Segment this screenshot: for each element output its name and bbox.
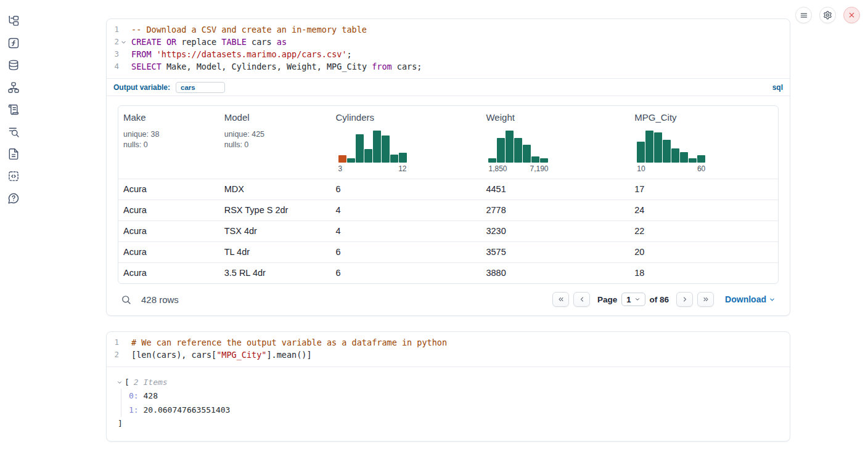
histogram-bar	[364, 149, 372, 163]
dependency-graph-icon[interactable]	[0, 76, 27, 99]
histogram-bar	[497, 138, 505, 163]
download-button[interactable]: Download	[725, 294, 776, 304]
fold-chevron-icon[interactable]	[119, 36, 128, 48]
document-icon[interactable]	[0, 143, 27, 165]
previous-page-button[interactable]	[573, 292, 590, 307]
column-header-cylinders[interactable]: Cylinders 312	[331, 106, 481, 179]
histogram-bar	[514, 138, 522, 163]
open-bracket: [	[125, 376, 129, 389]
file-tree-icon[interactable]	[0, 10, 27, 32]
chevron-right-icon	[681, 296, 689, 303]
list-output-tree: [ 2 Items 0: 428 1: 20.060747663551403 ]	[107, 367, 790, 441]
logs-search-icon[interactable]	[0, 121, 27, 143]
database-icon[interactable]	[0, 54, 27, 76]
function-square-icon[interactable]	[0, 32, 27, 54]
chevron-down-icon	[769, 296, 776, 303]
histogram-bar	[663, 140, 671, 163]
histogram-bar	[399, 153, 407, 163]
shutdown-button[interactable]	[843, 7, 860, 23]
code-line: 1# We can reference the output variable …	[107, 336, 790, 349]
histogram-bar	[689, 158, 697, 163]
code-line: 3FROM 'https://datasets.marimo.app/cars.…	[107, 48, 790, 60]
chevron-down-icon	[634, 296, 641, 302]
hist-max-label: 7,190	[530, 164, 548, 173]
histogram-bar	[523, 145, 531, 163]
cylinders-histogram: 312	[338, 131, 407, 173]
search-icon[interactable]	[121, 294, 131, 305]
page-select[interactable]: 1	[621, 293, 645, 306]
python-editor[interactable]: 1# We can reference the output variable …	[107, 332, 790, 366]
histogram-bar	[697, 155, 705, 163]
close-bracket: ]	[117, 417, 779, 430]
next-page-button[interactable]	[676, 292, 693, 307]
sql-editor[interactable]: 1-- Download a CSV and create an in-memo…	[107, 19, 790, 78]
hist-min-label: 3	[338, 164, 343, 173]
page-select-value: 1	[626, 295, 631, 304]
output-variable-input[interactable]	[176, 82, 225, 93]
line-number: 2	[107, 349, 119, 361]
row-count: 428 rows	[141, 294, 179, 305]
download-label: Download	[725, 294, 766, 304]
chevrons-right-icon	[702, 296, 710, 303]
column-stat: nulls: 0	[224, 140, 326, 150]
histogram-bar	[347, 158, 355, 163]
hist-max-label: 60	[697, 164, 705, 173]
hist-max-label: 12	[398, 164, 406, 173]
output-variable-label: Output variable:	[113, 83, 170, 92]
code-line: 4SELECT Make, Model, Cylinders, Weight, …	[107, 60, 790, 73]
histogram-bar	[488, 158, 496, 163]
table-footer: 428 rows Page 1 of 86	[118, 292, 779, 307]
histogram-bar	[338, 155, 346, 163]
histogram-bar	[390, 155, 398, 163]
python-cell: 1# We can reference the output variable …	[106, 331, 790, 442]
gear-icon	[823, 10, 832, 20]
column-header-model[interactable]: Model unique: 425 nulls: 0	[219, 106, 331, 179]
last-page-button[interactable]	[697, 292, 714, 307]
histogram-bar	[382, 136, 390, 163]
table-header-row: Make unique: 38 nulls: 0 Model unique: 4…	[118, 106, 778, 179]
table-row: AcuraTSX 4dr4323022	[118, 221, 778, 242]
collapse-toggle-icon[interactable]	[117, 379, 123, 386]
column-header-mpg-city[interactable]: MPG_City 1060	[629, 106, 778, 179]
chevrons-left-icon	[557, 296, 565, 303]
menu-button[interactable]	[795, 7, 812, 23]
code-line: 2[len(cars), cars["MPG_City"].mean()]	[107, 349, 790, 361]
sql-cell: 1-- Download a CSV and create an in-memo…	[106, 18, 790, 316]
sidebar	[0, 10, 27, 209]
total-pages-label: of 86	[650, 295, 669, 304]
column-stat: unique: 38	[123, 129, 215, 140]
histogram-bar	[645, 131, 653, 163]
histogram-bar	[506, 131, 514, 163]
column-stat: nulls: 0	[123, 140, 215, 150]
notebook: 1-- Download a CSV and create an in-memo…	[106, 18, 790, 442]
histogram-bar	[671, 148, 679, 163]
mpg-city-histogram: 1060	[637, 131, 705, 173]
line-number: 1	[107, 23, 119, 36]
table-row: AcuraTL 4dr6357520	[118, 242, 778, 263]
table-row: AcuraMDX6445117	[118, 179, 778, 200]
histogram-bar	[540, 158, 548, 163]
help-chat-icon[interactable]	[0, 187, 27, 209]
hamburger-icon	[800, 11, 808, 20]
table-row: AcuraRSX Type S 2dr4277824	[118, 200, 778, 221]
list-item: 1: 20.060747663551403	[129, 403, 779, 417]
column-header-make[interactable]: Make unique: 38 nulls: 0	[118, 106, 219, 179]
histogram-bar	[356, 134, 364, 163]
list-item: 0: 428	[129, 389, 779, 403]
chevron-left-icon	[578, 296, 586, 303]
weight-histogram: 1,8507,190	[488, 131, 548, 173]
column-header-weight[interactable]: Weight 1,8507,190	[481, 106, 629, 179]
first-page-button[interactable]	[552, 292, 569, 307]
language-badge: sql	[772, 83, 783, 92]
snippets-icon[interactable]	[0, 165, 27, 187]
histogram-bar	[680, 152, 688, 163]
hist-min-label: 10	[637, 164, 645, 173]
python-cell-output: [ 2 Items 0: 428 1: 20.060747663551403 ]	[107, 366, 790, 441]
scroll-script-icon[interactable]	[0, 99, 27, 121]
settings-button[interactable]	[819, 7, 836, 23]
line-number: 4	[107, 60, 119, 73]
topbar	[795, 7, 860, 23]
histogram-bar	[531, 156, 539, 163]
items-count-label: 2 Items	[134, 376, 168, 389]
sql-cell-output: Make unique: 38 nulls: 0 Model unique: 4…	[107, 95, 790, 315]
